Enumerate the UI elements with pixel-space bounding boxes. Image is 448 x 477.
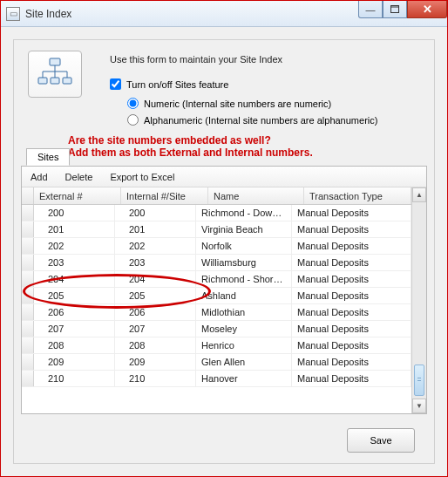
scroll-down-button[interactable]: ▼ <box>412 399 426 413</box>
cell-internal[interactable]: 203 <box>115 255 196 270</box>
minimize-button[interactable]: — <box>358 1 383 18</box>
col-external[interactable]: External # <box>34 187 121 204</box>
cell-transaction-type[interactable]: Manual Deposits <box>292 321 411 337</box>
cell-internal[interactable]: 201 <box>115 221 196 237</box>
cell-transaction-type[interactable]: Manual Deposits <box>292 354 411 370</box>
svg-rect-4 <box>51 78 59 84</box>
cell-transaction-type[interactable]: Manual Deposits <box>292 238 411 254</box>
cell-internal[interactable]: 210 <box>115 371 196 386</box>
cell-transaction-type[interactable]: Manual Deposits <box>292 304 411 320</box>
cell-internal[interactable]: 204 <box>115 271 196 287</box>
radio-numeric[interactable] <box>127 98 139 109</box>
close-button[interactable]: ✕ <box>407 1 447 18</box>
radio-alphanumeric[interactable] <box>127 114 139 126</box>
cell-name[interactable]: Ashland <box>196 288 292 303</box>
maximize-button[interactable] <box>383 1 407 18</box>
col-name[interactable]: Name <box>208 187 304 204</box>
grid-body: 200200Richmond - Dow…Manual Deposits2012… <box>22 205 411 387</box>
cell-internal[interactable]: 208 <box>115 337 196 353</box>
row-header[interactable] <box>22 321 34 337</box>
number-type-radios: Numeric (Internal site numbers are numer… <box>127 98 377 131</box>
table-row[interactable]: 203203WilliamsburgManual Deposits <box>22 255 411 271</box>
svg-rect-3 <box>38 78 47 84</box>
vertical-scrollbar[interactable]: ▲ ▼ <box>411 187 426 413</box>
tab-sites[interactable]: Sites <box>26 148 70 166</box>
cell-transaction-type[interactable]: Manual Deposits <box>292 288 411 303</box>
cell-name[interactable]: Hanover <box>196 371 292 386</box>
table-row[interactable]: 201201Virginia BeachManual Deposits <box>22 221 411 238</box>
delete-button[interactable]: Delete <box>57 167 102 187</box>
cell-internal[interactable]: 202 <box>115 238 196 254</box>
cell-name[interactable]: Virginia Beach <box>196 221 292 237</box>
cell-internal[interactable]: 209 <box>115 354 196 370</box>
cell-name[interactable]: Moseley <box>196 321 292 337</box>
export-button[interactable]: Export to Excel <box>101 167 183 187</box>
table-row[interactable]: 204204Richmond - Shor…Manual Deposits <box>22 271 411 288</box>
table-row[interactable]: 206206MidlothianManual Deposits <box>22 304 411 321</box>
row-header[interactable] <box>22 337 34 353</box>
cell-transaction-type[interactable]: Manual Deposits <box>292 255 411 270</box>
table-row[interactable]: 209209Glen AllenManual Deposits <box>22 354 411 371</box>
save-button[interactable]: Save <box>347 428 415 453</box>
radio-numeric-label: Numeric (Internal site numbers are numer… <box>144 99 331 109</box>
feature-checkbox-row: Turn on/off Sites feature <box>110 78 228 90</box>
cell-external[interactable]: 200 <box>34 205 115 221</box>
scroll-up-button[interactable]: ▲ <box>412 187 426 202</box>
cell-name[interactable]: Williamsburg <box>196 255 292 270</box>
row-header[interactable] <box>22 354 34 370</box>
cell-name[interactable]: Richmond - Dow… <box>196 205 292 221</box>
col-internal[interactable]: Internal #/Site <box>121 187 208 204</box>
table-row[interactable]: 200200Richmond - Dow…Manual Deposits <box>22 205 411 221</box>
cell-name[interactable]: Midlothian <box>196 304 292 320</box>
table-row[interactable]: 202202NorfolkManual Deposits <box>22 238 411 255</box>
cell-external[interactable]: 203 <box>34 255 115 270</box>
row-header[interactable] <box>22 304 34 320</box>
grid-header: External # Internal #/Site Name Transact… <box>22 187 411 205</box>
row-header[interactable] <box>22 221 34 237</box>
cell-name[interactable]: Richmond - Shor… <box>196 271 292 287</box>
client-area: Use this form to maintain your Site Inde… <box>1 27 447 476</box>
cell-external[interactable]: 205 <box>34 288 115 303</box>
cell-transaction-type[interactable]: Manual Deposits <box>292 221 411 237</box>
annotation-line1: Are the site numbers embedded as well? <box>68 134 313 147</box>
cell-internal[interactable]: 206 <box>115 304 196 320</box>
add-button[interactable]: Add <box>22 167 57 187</box>
cell-transaction-type[interactable]: Manual Deposits <box>292 371 411 386</box>
window-buttons: — ✕ <box>358 1 447 18</box>
row-header[interactable] <box>22 371 34 386</box>
cell-transaction-type[interactable]: Manual Deposits <box>292 337 411 353</box>
cell-external[interactable]: 209 <box>34 354 115 370</box>
cell-external[interactable]: 208 <box>34 337 115 353</box>
main-panel: Use this form to maintain your Site Inde… <box>13 39 435 464</box>
row-header[interactable] <box>22 255 34 270</box>
cell-name[interactable]: Henrico <box>196 337 292 353</box>
cell-external[interactable]: 201 <box>34 221 115 237</box>
col-transaction-type[interactable]: Transaction Type <box>304 187 411 204</box>
cell-internal[interactable]: 200 <box>115 205 196 221</box>
table-row[interactable]: 208208HenricoManual Deposits <box>22 337 411 354</box>
cell-external[interactable]: 206 <box>34 304 115 320</box>
tab-pane: Add Delete Export to Excel External # In… <box>21 166 427 414</box>
instruction-text: Use this form to maintain your Site Inde… <box>110 54 282 65</box>
cell-internal[interactable]: 207 <box>115 321 196 337</box>
cell-external[interactable]: 210 <box>34 371 115 386</box>
cell-internal[interactable]: 205 <box>115 288 196 303</box>
tab-group: Sites Add Delete Export to Excel Externa… <box>21 148 427 414</box>
cell-name[interactable]: Glen Allen <box>196 354 292 370</box>
row-header[interactable] <box>22 288 34 303</box>
grid-wrap: External # Internal #/Site Name Transact… <box>22 187 426 413</box>
cell-external[interactable]: 202 <box>34 238 115 254</box>
feature-checkbox[interactable] <box>110 78 121 90</box>
table-row[interactable]: 207207MoseleyManual Deposits <box>22 321 411 337</box>
cell-transaction-type[interactable]: Manual Deposits <box>292 271 411 287</box>
cell-external[interactable]: 204 <box>34 271 115 287</box>
row-header[interactable] <box>22 238 34 254</box>
table-row[interactable]: 205205AshlandManual Deposits <box>22 288 411 304</box>
cell-transaction-type[interactable]: Manual Deposits <box>292 205 411 221</box>
row-header[interactable] <box>22 271 34 287</box>
cell-name[interactable]: Norfolk <box>196 238 292 254</box>
row-header[interactable] <box>22 205 34 221</box>
table-row[interactable]: 210210HanoverManual Deposits <box>22 371 411 387</box>
scroll-thumb[interactable] <box>414 365 424 396</box>
cell-external[interactable]: 207 <box>34 321 115 337</box>
